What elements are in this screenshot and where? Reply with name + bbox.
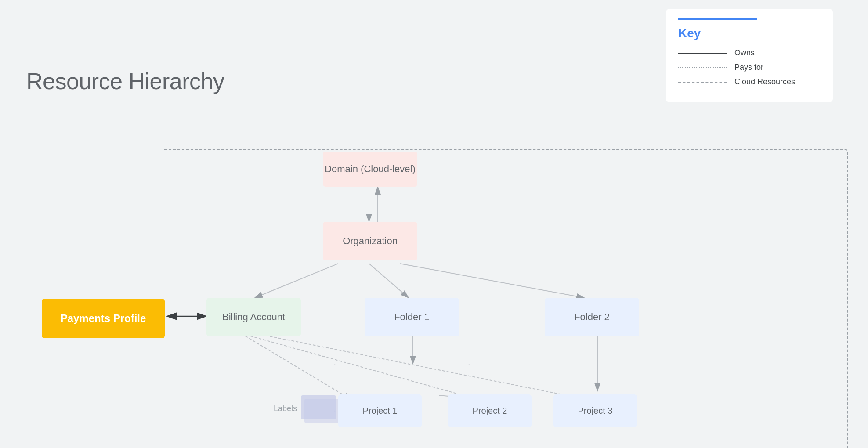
key-title: Key xyxy=(678,26,821,40)
key-row-pays: Pays for xyxy=(678,63,821,72)
project1-node: Project 1 xyxy=(338,394,422,427)
organization-node: Organization xyxy=(323,222,417,260)
project2-node: Project 2 xyxy=(448,394,532,427)
domain-node: Domain (Cloud-level) xyxy=(323,152,417,187)
billing-account-node: Billing Account xyxy=(206,298,301,336)
key-line-dashed-icon xyxy=(678,82,727,83)
key-line-solid-icon xyxy=(678,53,727,54)
key-line-dotted-icon xyxy=(678,67,727,68)
project3-node: Project 3 xyxy=(553,394,637,427)
labels-text: Labels xyxy=(274,404,297,413)
key-blue-bar xyxy=(678,18,757,20)
key-label-pays: Pays for xyxy=(734,63,763,72)
payments-profile-node: Payments Profile xyxy=(42,299,165,338)
key-label-cloud: Cloud Resources xyxy=(734,77,795,87)
diagram: Payments Profile Billing Account Domain … xyxy=(18,88,850,435)
key-label-owns: Owns xyxy=(734,48,755,58)
folder1-node: Folder 1 xyxy=(365,298,459,336)
key-row-owns: Owns xyxy=(678,48,821,58)
key-row-cloud: Cloud Resources xyxy=(678,77,821,87)
folder2-node: Folder 2 xyxy=(545,298,639,336)
